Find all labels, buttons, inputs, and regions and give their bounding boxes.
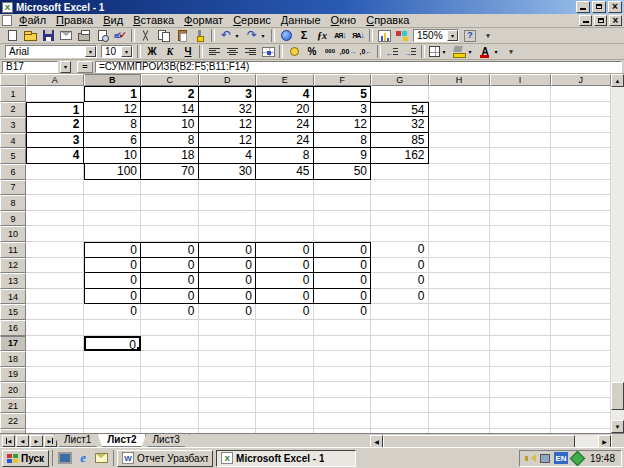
cell-B10[interactable] bbox=[84, 226, 142, 242]
sheet-tab-sheet2[interactable]: Лист2 bbox=[97, 434, 146, 447]
button-redo[interactable]: ↷ bbox=[243, 28, 269, 43]
menu-item-view[interactable]: Вид bbox=[98, 14, 128, 27]
column-header-A[interactable]: A bbox=[26, 74, 84, 86]
cell-I9[interactable] bbox=[490, 211, 551, 227]
cell-I5[interactable] bbox=[490, 148, 551, 164]
button-sort-descending[interactable]: ЯА bbox=[349, 28, 367, 43]
dropdown-arrow-icon[interactable] bbox=[259, 29, 267, 42]
cell-J13[interactable] bbox=[551, 273, 612, 289]
cell-I21[interactable] bbox=[490, 398, 551, 414]
dropdown-arrow-icon[interactable] bbox=[440, 45, 448, 58]
cell-D18[interactable] bbox=[199, 351, 257, 367]
name-box-dropdown-icon[interactable] bbox=[60, 61, 71, 73]
cell-C22[interactable] bbox=[141, 413, 199, 429]
cell-B8[interactable] bbox=[84, 195, 142, 211]
cell-A17[interactable] bbox=[26, 336, 84, 352]
cell-B3[interactable]: 8 bbox=[84, 117, 142, 133]
combo-font-size[interactable]: 10 bbox=[101, 45, 133, 58]
cell-E10[interactable] bbox=[256, 226, 314, 242]
button-copy[interactable] bbox=[155, 28, 173, 43]
cell-G1[interactable] bbox=[371, 86, 429, 102]
button-percent[interactable]: % bbox=[303, 44, 321, 59]
cell-H11[interactable] bbox=[429, 242, 490, 258]
cell-F17[interactable] bbox=[314, 336, 372, 352]
cell-J9[interactable] bbox=[551, 211, 612, 227]
cell-F22[interactable] bbox=[314, 413, 372, 429]
cell-D16[interactable] bbox=[199, 320, 257, 336]
cell-B21[interactable] bbox=[84, 398, 142, 414]
menu-item-file[interactable]: Файл bbox=[14, 14, 51, 27]
cell-F6[interactable]: 50 bbox=[314, 164, 372, 180]
cell-B22[interactable] bbox=[84, 413, 142, 429]
cell-C10[interactable] bbox=[141, 226, 199, 242]
cell-B19[interactable] bbox=[84, 367, 142, 383]
cell-F3[interactable]: 12 bbox=[314, 117, 372, 133]
workbook-close-icon[interactable] bbox=[609, 15, 622, 26]
row-header-14[interactable]: 14 bbox=[0, 289, 26, 305]
cell-D4[interactable]: 12 bbox=[199, 133, 257, 149]
cell-G16[interactable] bbox=[371, 320, 429, 336]
last-sheet-icon[interactable] bbox=[44, 435, 57, 447]
button-align-left[interactable] bbox=[205, 44, 223, 59]
cell-J7[interactable] bbox=[551, 180, 612, 196]
cell-H9[interactable] bbox=[429, 211, 490, 227]
button-chart-wizard[interactable] bbox=[375, 28, 393, 43]
scroll-up-icon[interactable] bbox=[611, 74, 624, 87]
cell-J22[interactable] bbox=[551, 413, 612, 429]
cell-E7[interactable] bbox=[256, 180, 314, 196]
row-header-4[interactable]: 4 bbox=[0, 133, 26, 149]
dropdown-arrow-icon[interactable] bbox=[492, 45, 500, 58]
column-header-E[interactable]: E bbox=[256, 74, 314, 86]
scroll-down-icon[interactable] bbox=[611, 420, 624, 433]
cell-I3[interactable] bbox=[490, 117, 551, 133]
column-header-I[interactable]: I bbox=[490, 74, 551, 86]
cell-E22[interactable] bbox=[256, 413, 314, 429]
cell-I15[interactable] bbox=[490, 304, 551, 320]
cell-C8[interactable] bbox=[141, 195, 199, 211]
cell-G9[interactable] bbox=[371, 211, 429, 227]
cell-J1[interactable] bbox=[551, 86, 612, 102]
cell-E19[interactable] bbox=[256, 367, 314, 383]
cell-G7[interactable] bbox=[371, 180, 429, 196]
cell-A14[interactable] bbox=[26, 289, 84, 305]
row-header-20[interactable]: 20 bbox=[0, 382, 26, 398]
cell-C2[interactable]: 14 bbox=[141, 102, 199, 118]
close-button-icon[interactable] bbox=[608, 1, 622, 13]
cell-D3[interactable]: 12 bbox=[199, 117, 257, 133]
cell-H21[interactable] bbox=[429, 398, 490, 414]
menu-item-help[interactable]: Справка bbox=[361, 14, 414, 27]
select-all-corner[interactable] bbox=[0, 74, 26, 86]
cell-J4[interactable] bbox=[551, 133, 612, 149]
button-toolbar-options[interactable]: ▾ bbox=[502, 44, 520, 59]
cell-D20[interactable] bbox=[199, 382, 257, 398]
cell-F1[interactable]: 5 bbox=[314, 86, 372, 102]
button-undo[interactable]: ↶ bbox=[217, 28, 243, 43]
cell-C1[interactable]: 2 bbox=[141, 86, 199, 102]
cell-B20[interactable] bbox=[84, 382, 142, 398]
button-decrease-indent[interactable] bbox=[383, 44, 401, 59]
cell-A19[interactable] bbox=[26, 367, 84, 383]
cell-J14[interactable] bbox=[551, 289, 612, 305]
row-header-22[interactable]: 22 bbox=[0, 413, 26, 429]
dropdown-arrow-icon[interactable] bbox=[121, 46, 132, 57]
cell-D10[interactable] bbox=[199, 226, 257, 242]
button-align-center[interactable] bbox=[223, 44, 241, 59]
button-new-document[interactable] bbox=[3, 28, 21, 43]
cell-E20[interactable] bbox=[256, 382, 314, 398]
cell-H17[interactable] bbox=[429, 336, 490, 352]
workbook-icon[interactable] bbox=[2, 15, 12, 26]
cell-D17[interactable] bbox=[199, 336, 257, 352]
row-header-8[interactable]: 8 bbox=[0, 195, 26, 211]
cell-J16[interactable] bbox=[551, 320, 612, 336]
cell-J10[interactable] bbox=[551, 226, 612, 242]
outlook-icon[interactable] bbox=[94, 451, 108, 465]
cell-H8[interactable] bbox=[429, 195, 490, 211]
cell-B15[interactable]: 0 bbox=[84, 304, 142, 320]
cell-B4[interactable]: 6 bbox=[84, 133, 142, 149]
row-header-7[interactable]: 7 bbox=[0, 180, 26, 196]
cell-C15[interactable]: 0 bbox=[141, 304, 199, 320]
button-print[interactable] bbox=[75, 28, 93, 43]
cell-B12[interactable]: 0 bbox=[84, 258, 142, 274]
workbook-minimize-icon[interactable] bbox=[579, 15, 592, 26]
button-save[interactable] bbox=[39, 28, 57, 43]
